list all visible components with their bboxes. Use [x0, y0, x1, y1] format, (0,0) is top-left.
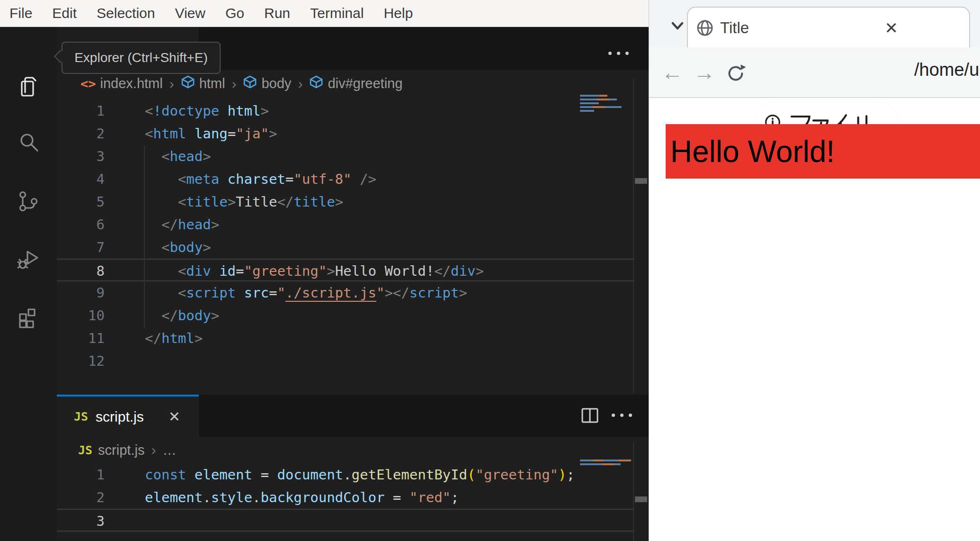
extensions-icon[interactable]	[15, 304, 42, 330]
code-line[interactable]: 2<html lang="ja">	[57, 122, 634, 145]
code-text: <div id="greeting">Hello World!</div>	[145, 260, 484, 280]
globe-icon	[696, 19, 713, 36]
chevron-right-icon: ›	[231, 76, 237, 92]
breadcrumb-symbol-more[interactable]: …	[162, 442, 176, 458]
js-file-icon: JS	[74, 410, 88, 424]
browser-tab-strip: Title ✕	[649, 0, 980, 47]
html-file-icon: <>	[80, 76, 96, 91]
explorer-tooltip: Explorer (Ctrl+Shift+E)	[62, 42, 221, 74]
symbol-cube-icon	[243, 75, 257, 92]
line-number: 11	[57, 327, 114, 350]
panel-more-actions-icon[interactable]	[612, 414, 632, 417]
breadcrumb-item[interactable]: <> index.html	[80, 76, 163, 91]
run-debug-icon[interactable]	[15, 247, 42, 273]
code-line[interactable]: 9 <script src="./script.js"></script>	[57, 281, 634, 304]
breadcrumb[interactable]: <> index.html› html› body› div#greeting	[80, 70, 402, 97]
code-line[interactable]: 8 <div id="greeting">Hello World!</div>	[57, 259, 634, 281]
breadcrumb-item[interactable]: body	[243, 75, 291, 92]
code-line[interactable]: 1const element = document.getElementById…	[57, 463, 634, 486]
browser-tab[interactable]: Title ✕	[687, 7, 970, 48]
code-line[interactable]: 6 </head>	[57, 213, 634, 236]
editor-script-js[interactable]: 1const element = document.getElementById…	[57, 463, 634, 532]
line-number: 9	[57, 281, 114, 304]
tab-close-icon[interactable]: ✕	[169, 408, 180, 425]
line-number: 6	[57, 213, 114, 236]
menu-item-help[interactable]: Help	[374, 5, 423, 21]
source-control-icon[interactable]	[15, 188, 42, 215]
code-line[interactable]: 12	[57, 350, 634, 372]
split-editor-icon[interactable]	[581, 408, 598, 425]
tab-search-chevron-icon[interactable]	[669, 19, 686, 32]
tab-label: script.js	[96, 409, 144, 425]
menu-item-terminal[interactable]: Terminal	[300, 5, 374, 21]
vscode-menu-bar: FileEditSelectionViewGoRunTerminalHelp	[0, 0, 649, 27]
code-text: <head>	[145, 145, 211, 168]
code-text: <html lang="ja">	[145, 122, 277, 145]
greeting-div: Hello World!	[666, 124, 980, 179]
back-icon[interactable]: ←	[661, 62, 683, 83]
code-text: </head>	[145, 213, 219, 236]
code-line[interactable]: 2element.style.backgroundColor = "red";	[57, 486, 634, 509]
browser-window: Title ✕ ← →	[649, 0, 980, 541]
explorer-icon[interactable]	[15, 73, 42, 100]
line-number: 5	[57, 190, 114, 213]
menu-item-view[interactable]: View	[165, 5, 215, 21]
breadcrumb-item[interactable]: div#greeting	[309, 75, 402, 92]
chevron-right-icon: ›	[169, 76, 175, 92]
line-number: 3	[57, 510, 114, 531]
code-line[interactable]: 3 <head>	[57, 145, 634, 168]
breadcrumb-item[interactable]: html	[181, 75, 225, 92]
code-text: const element = document.getElementById(…	[145, 463, 575, 486]
screen: FileEditSelectionViewGoRunTerminalHelp <…	[0, 0, 980, 541]
code-line[interactable]: 10 </body>	[57, 304, 634, 327]
code-text: <script src="./script.js"></script>	[145, 281, 467, 304]
line-number: 8	[57, 260, 114, 280]
panel-tab-bar: JS script.js ✕	[57, 395, 649, 437]
chevron-right-icon: ›	[297, 76, 303, 92]
code-text: </body>	[145, 304, 219, 327]
line-number: 1	[57, 99, 114, 122]
chevron-right-icon: ›	[150, 442, 157, 458]
menu-item-edit[interactable]: Edit	[42, 5, 87, 21]
editor-scrollbar-thumb[interactable]	[635, 178, 647, 184]
editor-more-actions-icon[interactable]	[608, 52, 629, 55]
menu-items: FileEditSelectionViewGoRunTerminalHelp	[9, 5, 423, 21]
code-line[interactable]: 4 <meta charset="utf-8" />	[57, 168, 634, 190]
minimap[interactable]	[580, 95, 624, 114]
symbol-cube-icon	[309, 75, 323, 92]
tab-script-js[interactable]: JS script.js ✕	[57, 395, 199, 437]
line-number: 12	[57, 350, 114, 372]
line-number: 3	[57, 145, 114, 168]
menu-item-go[interactable]: Go	[215, 5, 254, 21]
code-line[interactable]: 5 <title>Title</title>	[57, 190, 634, 213]
indent-guide	[144, 146, 145, 328]
search-icon[interactable]	[15, 129, 42, 156]
code-text: <title>Title</title>	[145, 190, 343, 213]
panel-minimap[interactable]	[580, 460, 633, 467]
code-text: </html>	[145, 327, 203, 350]
panel-scrollbar-thumb[interactable]	[635, 496, 647, 502]
line-number: 10	[57, 304, 114, 327]
tab-close-icon[interactable]: ✕	[885, 18, 899, 37]
activity-bar	[0, 27, 57, 541]
js-file-icon: JS	[78, 443, 92, 457]
code-line[interactable]: 7 <body>	[57, 236, 634, 259]
menu-item-selection[interactable]: Selection	[87, 5, 165, 21]
line-number: 7	[57, 236, 114, 259]
code-line[interactable]: 11</html>	[57, 327, 634, 350]
browser-toolbar: ← →	[649, 47, 980, 98]
line-number: 4	[57, 168, 114, 190]
breadcrumb-file[interactable]: script.js	[98, 442, 144, 458]
panel-breadcrumb[interactable]: JS script.js › …	[78, 437, 176, 463]
line-number: 1	[57, 463, 114, 486]
menu-item-file[interactable]: File	[9, 5, 42, 21]
reload-icon[interactable]	[726, 63, 746, 83]
forward-icon[interactable]: →	[694, 62, 715, 83]
tooltip-text: Explorer (Ctrl+Shift+E)	[74, 50, 208, 65]
code-line[interactable]: 3	[57, 509, 634, 532]
code-text: <meta charset="utf-8" />	[145, 168, 376, 190]
code-line[interactable]: 1<!doctype html>	[57, 99, 634, 122]
menu-item-run[interactable]: Run	[254, 5, 300, 21]
editor-index-html[interactable]: 1<!doctype html>2<html lang="ja">3 <head…	[57, 99, 634, 372]
address-url[interactable]: /home/u	[914, 60, 979, 80]
